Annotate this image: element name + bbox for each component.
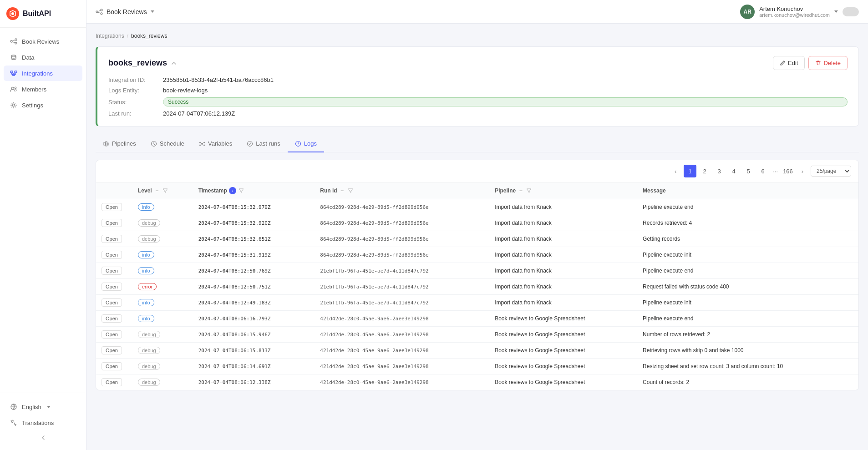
data-icon — [10, 54, 17, 61]
runid-minus-icon[interactable]: − — [339, 187, 345, 194]
col-header-run-id: Run id − — [315, 182, 489, 199]
main-content: Book Reviews AR Artem Konuchov artem.kon… — [86, 0, 868, 450]
open-button[interactable]: Open — [102, 314, 122, 323]
pagination-prev[interactable]: ‹ — [669, 165, 682, 177]
svg-point-7 — [11, 55, 16, 57]
open-button[interactable]: Open — [102, 267, 122, 275]
table-row: Open debug 2024-07-04T08:15:32.651Z 864c… — [96, 231, 858, 247]
topbar-chevron-icon — [151, 10, 154, 13]
cell-message: Pipeline execute init — [637, 247, 858, 263]
timestamp-sort-icon[interactable]: ↓ — [229, 187, 236, 194]
cell-open: Open — [96, 247, 132, 263]
cell-pipeline: Import data from Knack — [489, 263, 637, 279]
level-badge: debug — [138, 331, 160, 338]
sidebar-item-label: Settings — [22, 102, 43, 109]
open-button[interactable]: Open — [102, 283, 122, 291]
pipelines-tab-icon — [103, 141, 109, 147]
sidebar-item-translations[interactable]: Translations — [4, 415, 82, 430]
logo-icon — [6, 7, 19, 20]
timestamp-value: 2024-07-04T08:06:15.813Z — [198, 348, 271, 354]
tab-pipelines[interactable]: Pipelines — [96, 136, 143, 152]
tab-last-runs[interactable]: Last runs — [239, 136, 287, 152]
pagination-last-page[interactable]: 166 — [782, 165, 794, 177]
sidebar-item-label: Members — [22, 86, 46, 93]
svg-point-29 — [203, 144, 205, 146]
svg-point-19 — [96, 11, 98, 13]
sidebar-item-data[interactable]: Data — [4, 50, 82, 65]
cell-message: Pipeline execute init — [637, 295, 858, 311]
col-header-pipeline: Pipeline − — [489, 182, 637, 199]
cell-message: Resizing sheet and set row count: 3 and … — [637, 359, 858, 374]
open-button[interactable]: Open — [102, 378, 122, 386]
pagination-next[interactable]: › — [796, 165, 809, 177]
open-button[interactable]: Open — [102, 362, 122, 370]
sidebar-item-english[interactable]: English — [4, 399, 82, 415]
pagination-page-4[interactable]: 4 — [727, 165, 740, 177]
timestamp-value: 2024-07-04T08:12:49.183Z — [198, 300, 271, 306]
svg-line-23 — [98, 12, 101, 13]
edit-icon — [780, 60, 786, 66]
table-row: Open debug 2024-07-04T08:15:32.920Z 864c… — [96, 215, 858, 231]
open-button[interactable]: Open — [102, 251, 122, 259]
chevron-left-icon — [40, 435, 46, 441]
open-button[interactable]: Open — [102, 235, 122, 243]
svg-point-1 — [11, 12, 14, 15]
cell-level: info — [132, 311, 193, 327]
sidebar-item-settings[interactable]: Settings — [4, 97, 82, 113]
level-minus-icon[interactable]: − — [154, 187, 160, 194]
sidebar-item-book-reviews[interactable]: Book Reviews — [4, 34, 82, 49]
cell-pipeline: Book reviews to Google Spreadsheet — [489, 327, 637, 343]
pagination-page-6[interactable]: 6 — [756, 165, 769, 177]
sidebar-item-integrations[interactable]: Integrations — [4, 66, 82, 81]
runid-filter-icon[interactable] — [347, 187, 354, 194]
open-button[interactable]: Open — [102, 203, 122, 211]
pagination-page-2[interactable]: 2 — [698, 165, 711, 177]
open-button[interactable]: Open — [102, 330, 122, 339]
svg-point-20 — [101, 9, 102, 11]
cell-open: Open — [96, 374, 132, 390]
cell-timestamp: 2024-07-04T08:12:50.769Z — [193, 263, 315, 279]
sidebar-item-members[interactable]: Members — [4, 81, 82, 97]
topbar-right: AR Artem Konuchov artem.konuchov@wiredhu… — [740, 5, 859, 19]
cell-run-id: 421d42de-28c0-45ae-9ae6-2aee3e149298 — [315, 311, 489, 327]
pagination-page-5[interactable]: 5 — [742, 165, 755, 177]
cell-run-id: 421d42de-28c0-45ae-9ae6-2aee3e149298 — [315, 359, 489, 374]
open-button[interactable]: Open — [102, 219, 122, 227]
cell-run-id: 421d42de-28c0-45ae-9ae6-2aee3e149298 — [315, 327, 489, 343]
pagination-page-1[interactable]: 1 — [684, 165, 696, 177]
timestamp-filter-icon[interactable] — [238, 187, 244, 194]
cell-message: Count of records: 2 — [637, 374, 858, 390]
svg-point-2 — [10, 40, 12, 42]
pagination-page-3[interactable]: 3 — [713, 165, 726, 177]
integrations-icon — [10, 70, 17, 77]
sidebar-item-label: Data — [22, 54, 34, 61]
svg-point-32 — [298, 144, 298, 145]
sidebar-collapse-button[interactable] — [0, 431, 86, 445]
tab-schedule[interactable]: Schedule — [143, 136, 192, 152]
edit-button[interactable]: Edit — [773, 56, 805, 70]
cell-run-id: 864cd289-928d-4e29-89d5-ff2d899d956e — [315, 199, 489, 215]
topbar-project-name[interactable]: Book Reviews — [107, 8, 147, 15]
cell-open: Open — [96, 295, 132, 311]
table-row: Open debug 2024-07-04T08:06:15.813Z 421d… — [96, 343, 858, 359]
user-info: Artem Konuchov artem.konuchov@wiredhut.c… — [759, 5, 830, 18]
level-badge: info — [138, 203, 154, 211]
level-badge: debug — [138, 379, 160, 386]
toggle-switch[interactable] — [843, 7, 859, 16]
level-filter-icon[interactable] — [162, 187, 168, 194]
svg-line-22 — [98, 10, 101, 11]
tab-logs[interactable]: Logs — [288, 136, 324, 152]
per-page-select[interactable]: 25/page 50/page 100/page — [811, 166, 851, 177]
logs-table: Level − Timestamp ↓ — [96, 182, 858, 390]
settings-icon — [10, 101, 17, 109]
pipeline-filter-icon[interactable] — [526, 187, 532, 194]
pipeline-minus-icon[interactable]: − — [518, 187, 524, 194]
tab-variables[interactable]: Variables — [192, 136, 239, 152]
delete-button[interactable]: Delete — [808, 56, 848, 70]
sidebar-item-label: Translations — [22, 420, 54, 426]
open-button[interactable]: Open — [102, 346, 122, 354]
open-button[interactable]: Open — [102, 298, 122, 307]
breadcrumb-integrations[interactable]: Integrations — [96, 33, 124, 39]
level-badge: info — [138, 315, 154, 322]
cell-level: debug — [132, 231, 193, 247]
